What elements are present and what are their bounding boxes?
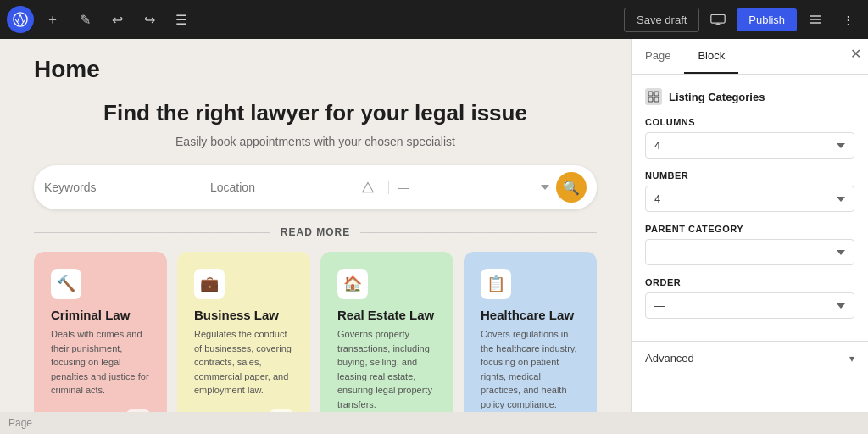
order-label: ORDER [645, 277, 854, 287]
card-desc-healthcare-law: Covers regulations in the healthcare ind… [481, 327, 580, 411]
columns-select[interactable]: 4321 [645, 132, 854, 159]
card-title-criminal-law: Criminal Law [51, 308, 150, 322]
svg-rect-10 [648, 97, 653, 102]
number-select[interactable]: 4812 [645, 186, 854, 212]
advanced-toggle[interactable]: Advanced ▾ [632, 341, 868, 375]
card-healthcare-law: 📋 Healthcare Law Covers regulations in t… [464, 252, 597, 412]
card-business-law: 💼 Business Law Regulates the conduct of … [177, 252, 310, 412]
columns-label: COLUMNS [645, 117, 854, 127]
more-options-button[interactable]: ⋮ [834, 6, 861, 33]
panel-body: Listing Categories COLUMNS 4321 NUMBER 4… [632, 75, 868, 332]
parent-category-select[interactable]: — [645, 239, 854, 265]
save-draft-button[interactable]: Save draft [624, 8, 699, 32]
card-title-healthcare-law: Healthcare Law [481, 308, 580, 322]
card-desc-real-estate-law: Governs property transactions, including… [337, 327, 437, 411]
card-arrow-criminal-law[interactable]: ↗ [126, 409, 150, 413]
search-divider-2 [381, 179, 381, 196]
chevron-down-icon: ▾ [849, 353, 854, 364]
tab-block[interactable]: Block [684, 39, 738, 74]
svg-rect-4 [810, 15, 821, 17]
block-icon [645, 88, 662, 105]
redo-button[interactable]: ↪ [136, 6, 163, 33]
toolbar: ＋ ✎ ↩ ↪ ☰ Save draft Publish ⋮ [0, 0, 868, 39]
page-title: Home [34, 56, 597, 83]
block-label-row: Listing Categories [645, 88, 854, 105]
number-label: NUMBER [645, 170, 854, 181]
location-input[interactable] [210, 181, 359, 194]
panel-tabs: Page Block ✕ [632, 39, 868, 75]
read-more-line-right [360, 232, 597, 233]
preview-button[interactable] [704, 6, 732, 33]
panel-close-button[interactable]: ✕ [850, 46, 861, 62]
search-input[interactable] [44, 181, 196, 194]
location-input-wrapper [210, 181, 374, 194]
hero-title: Find the right lawyer for your legal iss… [34, 100, 597, 126]
wp-logo-icon[interactable] [7, 6, 34, 33]
svg-marker-7 [363, 182, 374, 192]
parent-category-label: PARENT CATEGORY [645, 224, 854, 234]
search-divider [203, 179, 203, 196]
card-criminal-law: 🔨 Criminal Law Deals with crimes and the… [34, 252, 167, 412]
block-name: Listing Categories [669, 91, 765, 103]
card-desc-criminal-law: Deals with crimes and their punishment, … [51, 327, 150, 398]
select-placeholder: — [398, 181, 537, 194]
chevron-down-icon [541, 185, 549, 190]
read-more-area: READ MORE [34, 226, 597, 238]
hero-subtitle: Easily book appointments with your chose… [34, 135, 597, 148]
svg-rect-5 [810, 19, 821, 20]
read-more-line-left [34, 232, 270, 233]
list-view-button[interactable]: ☰ [168, 6, 195, 33]
main-area: Home Find the right lawyer for your lega… [0, 39, 868, 412]
card-footer-criminal-law: 0 Listings ↗ [51, 409, 150, 413]
card-icon-business-law: 💼 [194, 269, 225, 299]
card-real-estate-law: 🏠 Real Estate Law Governs property trans… [320, 252, 453, 412]
publish-button[interactable]: Publish [737, 8, 797, 31]
advanced-label: Advanced [645, 352, 694, 364]
settings-button[interactable] [802, 6, 829, 33]
svg-rect-6 [810, 22, 821, 24]
card-title-real-estate-law: Real Estate Law [337, 308, 437, 322]
card-title-business-law: Business Law [194, 308, 293, 322]
read-more-button[interactable]: READ MORE [270, 226, 360, 238]
card-arrow-business-law[interactable]: ↗ [270, 409, 293, 413]
editor-area: Home Find the right lawyer for your lega… [0, 39, 631, 412]
search-button[interactable]: 🔍 [556, 172, 587, 203]
tab-page[interactable]: Page [632, 39, 684, 74]
cards-grid: 🔨 Criminal Law Deals with crimes and the… [34, 252, 597, 412]
card-icon-real-estate-law: 🏠 [337, 269, 368, 299]
edit-icon[interactable]: ✎ [71, 6, 98, 33]
footer-page-label: Page [0, 412, 868, 434]
card-desc-business-law: Regulates the conduct of businesses, cov… [194, 327, 293, 398]
card-footer-business-law: 0 Listings ↗ [194, 409, 293, 413]
search-bar: — 🔍 [34, 165, 597, 209]
card-icon-criminal-law: 🔨 [51, 269, 81, 299]
svg-rect-8 [648, 92, 653, 96]
right-panel: Page Block ✕ Listing Categories COLUMNS … [631, 39, 868, 412]
add-block-toolbar-button[interactable]: ＋ [39, 6, 66, 33]
svg-rect-1 [711, 14, 725, 23]
card-icon-healthcare-law: 📋 [481, 269, 511, 299]
order-select[interactable]: —ASCDESC [645, 292, 854, 319]
select-area: — [388, 181, 549, 194]
location-icon [362, 181, 374, 193]
svg-rect-11 [654, 97, 659, 102]
svg-rect-9 [654, 92, 659, 96]
undo-button[interactable]: ↩ [103, 6, 131, 33]
